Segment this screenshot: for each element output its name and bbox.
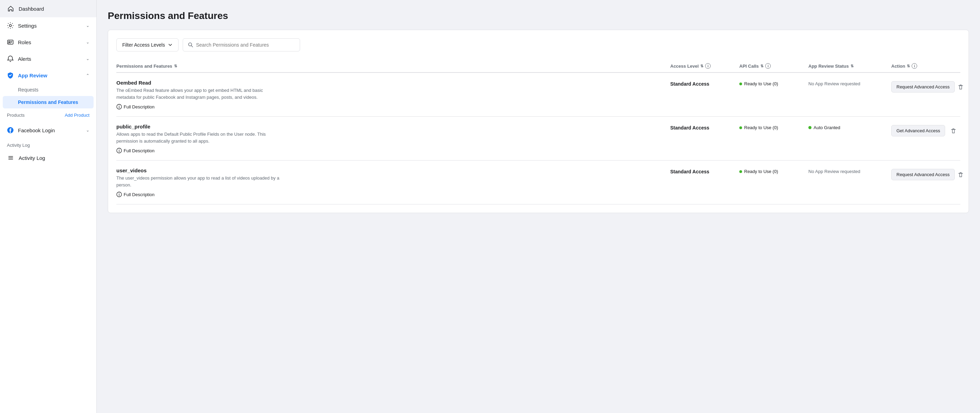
sidebar-item-roles[interactable]: Roles ⌄ xyxy=(0,34,96,51)
chevron-down-icon: ⌄ xyxy=(86,40,89,44)
info-icon[interactable]: i xyxy=(765,63,771,69)
app-review-status: No App Review requested xyxy=(808,81,860,86)
sidebar-item-app-review[interactable]: App Review ⌄ xyxy=(0,67,96,84)
sidebar-activity-section-label: Activity Log xyxy=(0,138,96,149)
info-circle-icon xyxy=(116,148,122,153)
sidebar-item-label: App Review xyxy=(18,73,47,78)
sort-icon: ⇅ xyxy=(174,64,177,68)
api-calls-value: Ready to Use (0) xyxy=(744,169,778,174)
search-box xyxy=(183,38,300,51)
svg-point-14 xyxy=(119,149,119,150)
filter-label: Filter Access Levels xyxy=(122,42,165,48)
full-description-link[interactable]: Full Description xyxy=(116,192,670,197)
green-dot xyxy=(739,126,742,129)
sidebar-products-label: Products xyxy=(7,113,24,118)
full-description-link[interactable]: Full Description xyxy=(116,104,670,110)
bell-icon xyxy=(7,55,14,62)
full-description-link[interactable]: Full Description xyxy=(116,148,670,153)
list-icon xyxy=(7,154,14,162)
api-calls-cell: Ready to Use (0) xyxy=(739,80,808,86)
perm-desc: Allows apps to read the Default Public P… xyxy=(116,131,282,145)
api-calls-cell: Ready to Use (0) xyxy=(739,167,808,174)
table-row: user_videos The user_videos permission a… xyxy=(116,160,960,205)
delete-button[interactable] xyxy=(958,169,964,180)
sort-icon: ⇅ xyxy=(760,64,764,68)
sidebar: Dashboard Settings ⌄ Roles ⌄ xyxy=(0,0,97,413)
chevron-down-icon: ⌄ xyxy=(86,128,89,133)
action-cell: Request Advanced Access xyxy=(891,167,960,180)
sidebar-item-activity-log[interactable]: Activity Log xyxy=(0,149,96,167)
home-icon xyxy=(7,5,14,13)
api-calls-value: Ready to Use (0) xyxy=(744,81,778,86)
shield-icon xyxy=(7,72,14,79)
app-review-cell: No App Review requested xyxy=(808,80,891,86)
api-calls-value: Ready to Use (0) xyxy=(744,125,778,130)
chevron-up-icon: ⌄ xyxy=(86,73,89,78)
perm-desc: The oEmbed Read feature allows your app … xyxy=(116,87,282,100)
facebook-icon xyxy=(7,127,14,133)
app-review-status: No App Review requested xyxy=(808,169,860,174)
table-row: Oembed Read The oEmbed Read feature allo… xyxy=(116,73,960,117)
sidebar-item-settings[interactable]: Settings ⌄ xyxy=(0,17,96,34)
access-level-value: Standard Access xyxy=(670,169,709,175)
action-cell: Request Advanced Access xyxy=(891,80,960,92)
get-advanced-access-button[interactable]: Get Advanced Access xyxy=(891,125,945,137)
perm-name: public_profile xyxy=(116,124,670,130)
th-access-level: Access Level ⇅ i xyxy=(670,63,739,69)
delete-button[interactable] xyxy=(948,125,959,137)
svg-point-17 xyxy=(119,193,119,194)
auto-granted-dot xyxy=(808,126,811,129)
main-content: Permissions and Features Filter Access L… xyxy=(97,0,980,413)
th-app-review: App Review Status ⇅ xyxy=(808,63,891,69)
request-advanced-access-button[interactable]: Request Advanced Access xyxy=(891,169,955,180)
filter-access-levels-button[interactable]: Filter Access Levels xyxy=(116,38,178,51)
info-circle-icon xyxy=(116,192,122,197)
sidebar-item-alerts[interactable]: Alerts ⌄ xyxy=(0,51,96,67)
sidebar-item-label: Dashboard xyxy=(19,6,44,12)
access-level-cell: Standard Access xyxy=(670,80,739,87)
search-icon xyxy=(188,42,193,48)
sidebar-sub-permissions[interactable]: Permissions and Features xyxy=(3,96,94,108)
app-review-status: Auto Granted xyxy=(808,125,840,130)
api-calls-cell: Ready to Use (0) xyxy=(739,124,808,130)
th-permissions: Permissions and Features ⇅ xyxy=(116,63,670,69)
info-icon[interactable]: i xyxy=(912,63,917,69)
content-card: Filter Access Levels xyxy=(108,30,969,213)
green-dot xyxy=(739,83,742,85)
sidebar-item-dashboard[interactable]: Dashboard xyxy=(0,0,96,17)
delete-button[interactable] xyxy=(958,81,964,92)
info-circle-icon xyxy=(116,104,122,110)
perm-info-cell: Oembed Read The oEmbed Read feature allo… xyxy=(116,80,670,110)
sidebar-sub-requests[interactable]: Requests xyxy=(0,84,96,96)
person-card-icon xyxy=(7,39,14,46)
sidebar-add-product-link[interactable]: Add Product xyxy=(65,113,89,118)
svg-point-11 xyxy=(119,105,119,106)
th-action: Action ⇅ i xyxy=(891,63,960,69)
svg-line-8 xyxy=(191,46,192,47)
action-cell: Get Advanced Access xyxy=(891,124,960,137)
toolbar: Filter Access Levels xyxy=(116,38,960,51)
full-desc-label: Full Description xyxy=(124,148,155,153)
sidebar-item-label: Roles xyxy=(18,40,31,45)
green-dot xyxy=(739,170,742,173)
sidebar-item-facebook-login[interactable]: Facebook Login ⌄ xyxy=(0,122,96,138)
svg-rect-1 xyxy=(8,40,13,44)
perm-info-cell: user_videos The user_videos permission a… xyxy=(116,167,670,197)
access-level-value: Standard Access xyxy=(670,125,709,130)
info-icon[interactable]: i xyxy=(705,63,711,69)
sidebar-item-label: Alerts xyxy=(18,56,31,62)
sidebar-sub-label: Requests xyxy=(18,87,38,92)
access-level-cell: Standard Access xyxy=(670,167,739,175)
search-input[interactable] xyxy=(196,42,295,48)
perm-name: user_videos xyxy=(116,167,670,173)
page-title: Permissions and Features xyxy=(108,10,969,21)
perm-name: Oembed Read xyxy=(116,80,670,86)
th-api-calls: API Calls ⇅ i xyxy=(739,63,808,69)
sort-icon: ⇅ xyxy=(907,64,910,68)
access-level-value: Standard Access xyxy=(670,81,709,87)
app-review-cell: No App Review requested xyxy=(808,167,891,174)
perm-info-cell: public_profile Allows apps to read the D… xyxy=(116,124,670,153)
chevron-down-icon: ⌄ xyxy=(86,56,89,61)
request-advanced-access-button[interactable]: Request Advanced Access xyxy=(891,81,955,92)
table-header: Permissions and Features ⇅ Access Level … xyxy=(116,60,960,73)
